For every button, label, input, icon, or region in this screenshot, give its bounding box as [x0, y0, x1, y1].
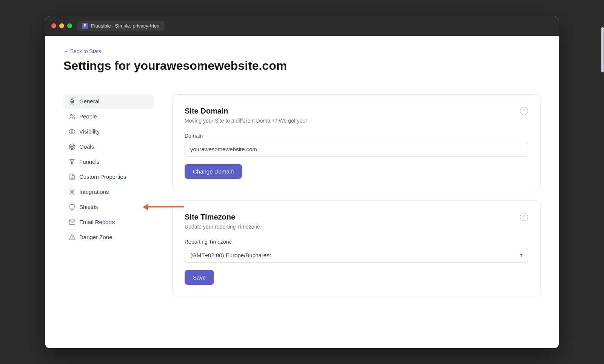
timezone-select[interactable]: (GMT+02:00) Europe/Bucharest (GMT+00:00)… [185, 248, 528, 263]
divider [63, 82, 541, 82]
svg-point-1 [71, 114, 72, 116]
site-domain-title: Site Domain [185, 107, 228, 115]
tab-favicon: P [82, 23, 88, 29]
site-domain-card-header: Site Domain i [185, 107, 528, 115]
shield-icon [69, 204, 76, 210]
sidebar-item-visibility[interactable]: Visibility [63, 124, 154, 139]
svg-point-0 [72, 101, 73, 102]
close-button[interactable] [51, 23, 56, 28]
sidebar-label-funnels: Funnels [79, 158, 99, 165]
svg-point-6 [72, 146, 73, 147]
sidebar-item-goals[interactable]: Goals [63, 140, 154, 154]
svg-point-2 [73, 115, 74, 116]
site-domain-info-icon[interactable]: i [520, 107, 528, 115]
sidebar-item-custom-properties[interactable]: Custom Properties [63, 170, 154, 184]
page-content: ← Back to Stats Settings for yourawesome… [45, 36, 559, 348]
sidebar-item-general[interactable]: General [63, 94, 154, 109]
domain-input[interactable] [185, 142, 528, 157]
tab-title: Plausible · Simple, privacy-frien [91, 23, 159, 29]
document-icon [69, 174, 76, 180]
maximize-button[interactable] [67, 23, 72, 28]
svg-point-3 [71, 131, 73, 132]
people-icon [69, 113, 76, 120]
sidebar-label-danger-zone: Danger Zone [79, 234, 112, 240]
page-title: Settings for yourawesomewebsite.com [63, 59, 541, 73]
sidebar-label-shields: Shields [79, 204, 98, 210]
target-icon [69, 143, 76, 150]
site-timezone-info-icon[interactable]: i [520, 213, 528, 221]
sidebar-label-integrations: Integrations [79, 189, 109, 195]
arrow-annotation [143, 204, 184, 210]
site-domain-card: Site Domain i Moving your Site to a diff… [172, 94, 541, 191]
sidebar-label-people: People [79, 113, 97, 120]
site-timezone-subtitle: Update your reporting Timezone. [185, 224, 528, 230]
rocket-icon [69, 98, 76, 105]
browser-tab[interactable]: P Plausible · Simple, privacy-frien [77, 21, 165, 31]
sidebar-label-email-reports: Email Reports [79, 219, 115, 225]
site-timezone-title: Site Timezone [185, 213, 235, 221]
warning-icon [69, 234, 76, 241]
content-area: Site Domain i Moving your Site to a diff… [172, 94, 541, 306]
svg-point-9 [71, 191, 73, 193]
svg-point-5 [71, 145, 74, 148]
site-domain-subtitle: Moving your Site to a different Domain? … [185, 118, 528, 124]
save-button[interactable]: Save [185, 270, 214, 285]
sidebar-label-general: General [79, 98, 99, 104]
minimize-button[interactable] [59, 23, 64, 28]
domain-field-label: Domain [185, 133, 528, 139]
browser-window: P Plausible · Simple, privacy-frien ← Ba… [45, 16, 559, 348]
integrations-icon [69, 189, 76, 195]
back-to-stats-link[interactable]: ← Back to Stats [63, 48, 101, 54]
main-layout: General People Visibility [63, 94, 541, 306]
sidebar-item-integrations[interactable]: Integrations [63, 185, 154, 199]
traffic-lights [51, 23, 72, 28]
sidebar-item-danger-zone[interactable]: Danger Zone [63, 230, 154, 244]
sidebar: General People Visibility [63, 94, 154, 306]
change-domain-button[interactable]: Change Domain [185, 164, 242, 179]
eye-icon [69, 128, 76, 135]
sidebar-item-people[interactable]: People [63, 109, 154, 124]
sidebar-label-custom-properties: Custom Properties [79, 174, 126, 180]
sidebar-label-visibility: Visibility [79, 128, 100, 135]
funnel-icon [69, 158, 76, 165]
email-icon [69, 219, 76, 226]
title-bar: P Plausible · Simple, privacy-frien [45, 16, 559, 36]
sidebar-item-funnels[interactable]: Funnels [63, 155, 154, 169]
sidebar-item-email-reports[interactable]: Email Reports [63, 215, 154, 229]
site-timezone-card: Site Timezone i Update your reporting Ti… [172, 200, 541, 297]
sidebar-item-shields[interactable]: Shields [63, 200, 154, 214]
svg-point-4 [69, 144, 75, 149]
timezone-field-label: Reporting Timezone [185, 239, 528, 245]
site-timezone-card-header: Site Timezone i [185, 213, 528, 221]
timezone-select-wrapper: (GMT+02:00) Europe/Bucharest (GMT+00:00)… [185, 248, 528, 263]
sidebar-label-goals: Goals [79, 143, 94, 150]
